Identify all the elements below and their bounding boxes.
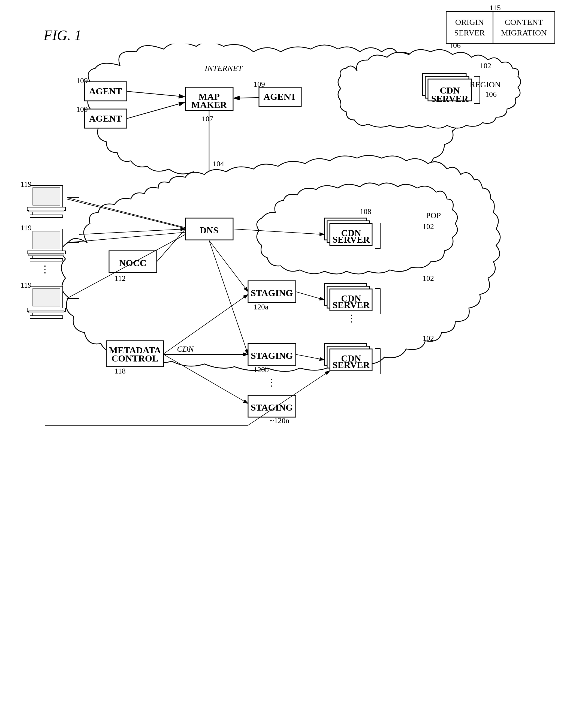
svg-rect-45 [29,311,64,313]
svg-rect-44 [33,289,60,306]
num-108: 108 [360,207,371,216]
cdn-server-3-label2: SERVER [333,360,370,370]
staging-b-label: STAGING [251,351,293,361]
cdn-label: CDN [177,344,194,353]
num-109-2: 109 [76,105,88,113]
num-119-2: 119 [20,224,31,232]
num-102-region: 102 [480,61,491,70]
num-112: 112 [114,274,126,282]
figure-title: FIG. 1 [44,27,82,43]
region-cloud: 102 CDN SERVER REGION 106 [338,50,521,128]
num-120a: 120a [253,303,269,311]
num-109-3: 109 [253,80,265,88]
svg-rect-32 [33,188,60,205]
cdn-server-2-label2: SERVER [333,300,370,310]
dots-computers: ⋮ [40,264,50,275]
num-102-pop: 102 [422,222,434,231]
num-120n: ~120n [270,416,289,425]
num-119-1: 119 [20,180,31,188]
num-102-3: 102 [422,334,434,342]
metadata-control-label2: CONTROL [111,353,159,363]
num-102-2: 102 [422,274,434,282]
computer1 [27,185,65,217]
num-106-region: 106 [485,90,497,99]
pop-cloud: POP 108 102 CDN SERVER [257,183,457,274]
agent1-label: AGENT [89,86,122,96]
legend-num-115: 115 [489,3,501,13]
cdn-server-pop-label2: SERVER [333,234,370,245]
svg-rect-38 [33,231,60,249]
staging-n-label: STAGING [251,402,293,412]
num-120b: 120b [253,365,269,374]
diagram-svg: INTERNET 102 CDN SERVER REGION 106 AGENT… [16,44,572,703]
region-label: REGION [470,80,501,89]
legend-origin-server: 115 ORIGINSERVER 106 [446,12,493,43]
pop-label: POP [426,211,441,220]
agent2-label: AGENT [89,113,122,124]
num-104: 104 [213,160,224,168]
svg-rect-31 [30,215,63,217]
cdn-server-region-label2: SERVER [431,93,468,104]
agent3-label: AGENT [264,91,297,102]
num-118: 118 [114,367,126,375]
dns-label: DNS [200,225,218,235]
num-119-3: 119 [20,281,31,289]
internet-label: INTERNET [205,64,243,72]
svg-rect-39 [29,254,64,256]
svg-rect-43 [30,316,63,318]
legend: 115 ORIGINSERVER 106 CONTENTMIGRATION [446,11,555,44]
staging-a-label: STAGING [251,288,293,298]
num-109-1: 109 [76,76,88,85]
svg-rect-37 [30,258,63,261]
computer3 [27,286,65,318]
svg-rect-33 [29,210,64,212]
map-maker-label2: MAKER [191,100,227,110]
page: FIG. 1 115 ORIGINSERVER 106 CONTENTMIGRA… [0,0,588,720]
legend-content-migration: CONTENTMIGRATION [493,12,554,43]
dots-1: ⋮ [347,313,357,324]
computer2 [27,229,65,261]
num-107: 107 [202,114,213,123]
dots-staging: ⋮ [267,377,277,388]
